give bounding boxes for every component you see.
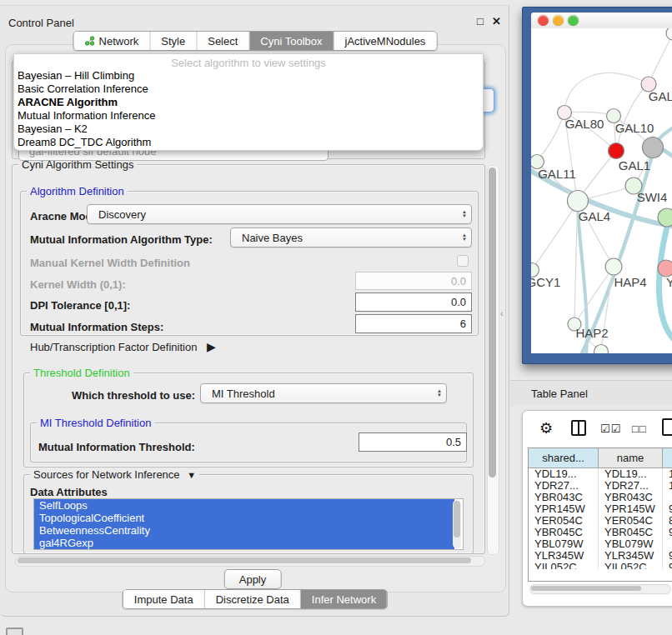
table-cell[interactable]: YER054C	[529, 515, 599, 527]
table-cell[interactable]: YDR27...	[529, 480, 599, 492]
aracne-mode-combo[interactable]: Discovery ▲▼	[87, 204, 472, 224]
table-cell[interactable]: YPR145W	[529, 503, 599, 515]
tab-network[interactable]: Network	[74, 32, 151, 50]
network-node[interactable]	[666, 28, 672, 40]
minimized-window-fragment[interactable]	[6, 628, 23, 635]
settings-scrollbar-thumb[interactable]	[489, 168, 496, 478]
table-cell[interactable]	[663, 538, 672, 550]
dpi-tolerance-field[interactable]: 0.0	[355, 292, 472, 312]
network-node[interactable]	[658, 208, 672, 227]
new-table-icon[interactable]	[662, 418, 672, 436]
which-threshold-combo[interactable]: MI Threshold ▲▼	[200, 383, 447, 403]
column-header[interactable]: shared...	[529, 448, 599, 468]
kernel-width-field[interactable]: 0.0	[355, 272, 472, 290]
settings-hscrollbar-track[interactable]	[15, 556, 485, 567]
mac-close-button[interactable]	[538, 15, 549, 26]
deselect-all-checkboxes-icon[interactable]: □□	[632, 422, 647, 435]
attribute-item[interactable]: BetweennessCentrality	[34, 524, 454, 537]
table-cell[interactable]	[663, 492, 672, 503]
bottom-tab-impute-data[interactable]: Impute Data	[123, 590, 205, 608]
split-columns-icon[interactable]	[571, 420, 586, 436]
table-cell[interactable]: YBR043C	[599, 492, 663, 503]
table-cell[interactable]: YBL079W	[599, 538, 663, 550]
table-cell[interactable]: YDL19...	[529, 468, 599, 480]
attr-list-scrollbar-thumb[interactable]	[454, 501, 460, 538]
sources-group-title[interactable]: Sources for Network Inference ▼	[30, 468, 199, 481]
table-cell[interactable]: YDR27...	[599, 480, 663, 492]
attribute-item[interactable]: TopologicalCoefficient	[34, 512, 454, 524]
splitter-collapse-icon[interactable]: ‹	[500, 308, 504, 318]
algorithm-option[interactable]: Basic Correlation Inference	[14, 82, 483, 96]
table-row[interactable]: YDL19...YDL19...13	[529, 468, 672, 480]
network-canvas[interactable]: GAL7GAL80GAL10GAL1GAL11SWI4GAL4GCY1HAP4Y…	[531, 28, 672, 353]
network-view-window[interactable]: GAL7GAL80GAL10GAL1GAL11SWI4GAL4GCY1HAP4Y…	[522, 7, 672, 364]
table-cell[interactable]: 9.	[663, 527, 672, 538]
hub-section-toggle[interactable]: Hub/Transcription Factor Definition ▶	[30, 340, 216, 353]
collapse-right-icon[interactable]: ▶	[207, 340, 216, 353]
attribute-item[interactable]: SelfLoops	[34, 499, 454, 512]
table-row[interactable]: YIL052CYIL052C9	[529, 562, 672, 569]
algorithm-option[interactable]: Bayesian – Hill Climbing	[14, 69, 483, 82]
manual-kernel-checkbox[interactable]	[457, 255, 469, 267]
table-cell[interactable]: YBR043C	[529, 492, 599, 503]
table-cell[interactable]: YIL052C	[529, 562, 599, 569]
table-row[interactable]: YER054CYER054C8.	[529, 515, 672, 527]
settings-scrollbar-track[interactable]	[487, 165, 499, 555]
network-node-y[interactable]	[658, 260, 672, 277]
network-node-gal4[interactable]	[568, 191, 589, 212]
table-cell[interactable]: YLR345W	[599, 550, 663, 562]
network-node-hap4[interactable]	[605, 258, 622, 275]
mac-minimize-button[interactable]	[553, 15, 564, 26]
table-hscrollbar-track[interactable]	[529, 584, 671, 594]
tab-cyni-toolbox[interactable]: Cyni Toolbox	[249, 32, 333, 50]
table-cell[interactable]: YIL052C	[599, 562, 663, 569]
close-window-icon[interactable]: ✕	[492, 15, 501, 28]
table-cell[interactable]: YPR145W	[599, 503, 663, 515]
table-cell[interactable]: YBR045C	[599, 527, 663, 538]
bottom-tab-infer-network[interactable]: Infer Network	[301, 590, 387, 608]
algorithm-option[interactable]: Mutual Information Inference	[14, 109, 483, 122]
table-cell[interactable]: YDL19...	[599, 468, 663, 480]
select-all-checkboxes-icon[interactable]: ☑☑	[600, 422, 621, 435]
network-window-titlebar[interactable]	[531, 12, 672, 29]
table-cell[interactable]: YBR045C	[529, 527, 599, 538]
table-row[interactable]: YBR045CYBR045C9.	[529, 527, 672, 538]
table-hscrollbar-thumb[interactable]	[531, 586, 641, 591]
mac-zoom-button[interactable]	[568, 15, 579, 26]
table-cell[interactable]: 8.	[663, 515, 672, 527]
bottom-tab-discretize-data[interactable]: Discretize Data	[205, 590, 301, 608]
table-cell[interactable]: 13	[663, 468, 672, 480]
column-header[interactable]: name	[599, 448, 663, 468]
table-row[interactable]: YBR043CYBR043C	[529, 492, 672, 503]
gear-icon[interactable]: ⚙	[539, 419, 553, 438]
table-cell[interactable]: YBL079W	[529, 538, 599, 550]
network-node[interactable]	[594, 345, 609, 354]
mi-algorithm-type-combo[interactable]: Naive Bayes ▲▼	[230, 228, 472, 248]
data-attributes-list[interactable]: SelfLoopsTopologicalCoefficientBetweenne…	[33, 498, 464, 550]
attr-list-scrollbar-track[interactable]	[453, 500, 461, 548]
float-window-icon[interactable]: □	[477, 15, 484, 28]
mi-threshold-field[interactable]: 0.5	[359, 432, 467, 452]
table-row[interactable]: YPR145WYPR145W9.	[529, 503, 672, 515]
network-node[interactable]	[643, 138, 664, 158]
attribute-item[interactable]: gal4RGexp	[34, 537, 454, 549]
collapse-down-icon[interactable]: ▼	[187, 470, 196, 480]
tab-select[interactable]: Select	[197, 32, 249, 50]
table-cell[interactable]: YER054C	[599, 515, 663, 527]
column-header[interactable]: A	[663, 448, 672, 468]
table-cell[interactable]: 9	[663, 562, 672, 569]
table-row[interactable]: YLR345WYLR345W9.	[529, 550, 672, 562]
settings-hscrollbar-thumb[interactable]	[18, 558, 471, 563]
tab-jactivemnodules[interactable]: jActiveMNodules	[334, 32, 437, 50]
network-node-gal1[interactable]	[609, 143, 624, 159]
table-cell[interactable]: 12	[663, 480, 672, 492]
table-cell[interactable]: YLR345W	[529, 550, 599, 562]
tab-style[interactable]: Style	[150, 32, 197, 50]
algorithm-option[interactable]: Bayesian – K2	[14, 122, 483, 136]
algorithm-option[interactable]: ARACNE Algorithm	[14, 96, 483, 109]
table-cell[interactable]: 9.	[663, 503, 672, 515]
table-cell[interactable]: 9.	[663, 550, 672, 562]
table-row[interactable]: YDR27...YDR27...12	[529, 480, 672, 492]
mi-steps-field[interactable]: 6	[355, 314, 472, 333]
table-row[interactable]: YBL079WYBL079W	[529, 538, 672, 550]
